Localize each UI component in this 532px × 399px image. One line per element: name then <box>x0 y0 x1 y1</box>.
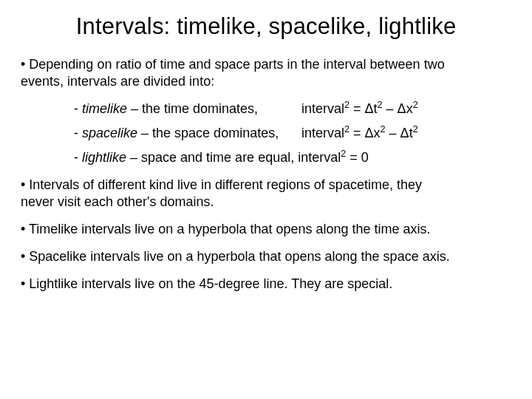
lightlike-line: - lightlike – space and time are equal, … <box>74 149 511 166</box>
eq-part: interval <box>301 126 344 140</box>
bullet-lightlike-line: • Lightlike intervals live on the 45-deg… <box>21 276 511 293</box>
eq-part: interval <box>301 101 344 116</box>
spacelike-term: spacelike <box>82 126 137 140</box>
sup: 2 <box>378 100 383 110</box>
domains-line-2: never visit each other's domains. <box>21 194 214 209</box>
eq-part: = Δx <box>349 126 381 140</box>
timelike-desc: – the time dominates, <box>127 101 258 116</box>
lightlike-desc: – space and time are equal, interval <box>126 150 341 165</box>
intro-bullet: • Depending on ratio of time and space p… <box>21 56 511 90</box>
subrow-spacelike: - spacelike – the space dominates, inter… <box>74 125 511 142</box>
domains-line-1: • Intervals of different kind live in di… <box>21 177 422 192</box>
sup: 2 <box>381 124 386 134</box>
subrow-lightlike: - lightlike – space and time are equal, … <box>74 149 511 166</box>
eq-part: – Δx <box>383 101 413 116</box>
spacelike-label: - spacelike – the space dominates, <box>74 125 301 142</box>
interval-sublist: - timelike – the time dominates, interva… <box>74 100 511 166</box>
timelike-label: - timelike – the time dominates, <box>74 100 301 117</box>
eq-part: = Δt <box>349 101 378 116</box>
slide-title: Intervals: timelike, spacelike, lightlik… <box>21 13 511 40</box>
spacelike-desc: – the space dominates, <box>137 126 279 140</box>
intro-line-2: events, intervals are divided into: <box>21 74 214 89</box>
timelike-term: timelike <box>82 101 127 116</box>
eq-part: = 0 <box>346 150 369 165</box>
sup: 2 <box>413 124 418 134</box>
subrow-timelike: - timelike – the time dominates, interva… <box>74 100 511 117</box>
slide: Intervals: timelike, spacelike, lightlik… <box>0 0 532 399</box>
bullet-spacelike-hyperbola: • Spacelike intervals live on a hyperbol… <box>21 248 511 265</box>
timelike-equation: interval2 = Δt2 – Δx2 <box>301 100 511 117</box>
lightlike-term: lightlike <box>82 150 126 165</box>
spacelike-equation: interval2 = Δx2 – Δt2 <box>301 125 511 142</box>
dash: - <box>74 150 82 165</box>
dash: - <box>74 126 82 140</box>
intro-line-1: • Depending on ratio of time and space p… <box>21 57 445 72</box>
bullet-domains: • Intervals of different kind live in di… <box>21 177 511 211</box>
dash: - <box>74 101 82 116</box>
sup: 2 <box>344 124 349 134</box>
eq-part: – Δt <box>386 126 413 140</box>
sup: 2 <box>413 100 418 110</box>
sup: 2 <box>344 100 349 110</box>
bullet-timelike-hyperbola: • Timelike intervals live on a hyperbola… <box>21 221 511 238</box>
